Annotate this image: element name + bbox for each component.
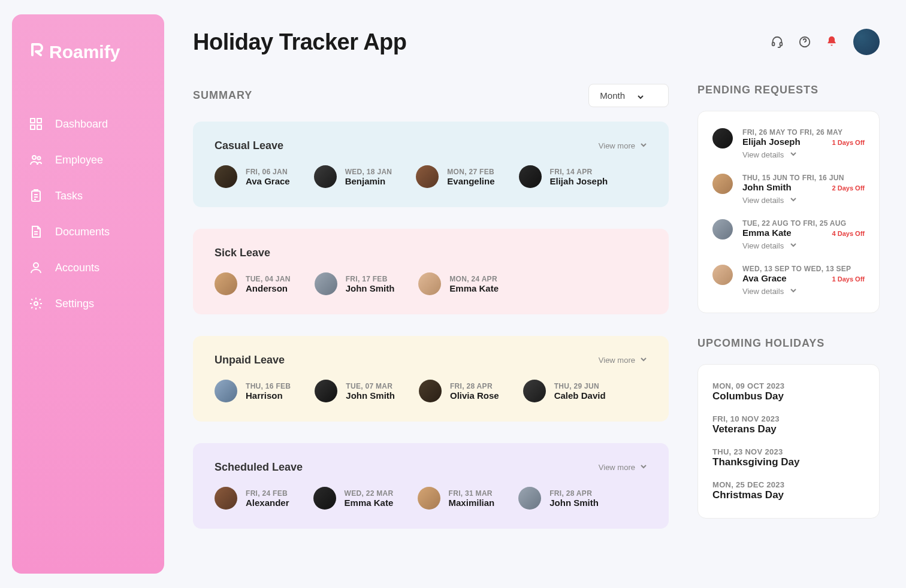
sidebar-item-settings[interactable]: Settings xyxy=(29,286,147,322)
view-more-link[interactable]: View more xyxy=(599,141,647,150)
logo-mark-icon xyxy=(29,41,47,63)
svg-rect-0 xyxy=(31,119,35,123)
leave-date: FRI, 06 JAN xyxy=(246,168,290,176)
leave-date: MON, 27 FEB xyxy=(447,168,494,176)
leave-entry[interactable]: MON, 24 APR Emma Kate xyxy=(418,272,499,295)
sidebar-item-employee[interactable]: Employee xyxy=(29,142,147,178)
leave-entry[interactable]: FRI, 17 FEB John Smith xyxy=(315,272,395,295)
view-more-link[interactable]: View more xyxy=(599,463,647,472)
view-details-link[interactable]: View details xyxy=(742,150,865,159)
leave-date: MON, 24 APR xyxy=(449,275,499,283)
holiday-name: Thanksgiving Day xyxy=(712,456,865,468)
filter-selected-value: Month xyxy=(600,90,625,101)
sidebar-item-accounts[interactable]: Accounts xyxy=(29,250,147,286)
leave-entry[interactable]: FRI, 31 MAR Maximilian xyxy=(418,487,495,510)
holiday-date: FRI, 10 NOV 2023 xyxy=(712,414,865,423)
sidebar-item-documents[interactable]: Documents xyxy=(29,214,147,250)
employee-name: Elijah Joseph xyxy=(550,176,608,186)
leave-date: FRI, 28 APR xyxy=(549,489,599,498)
employee-avatar xyxy=(418,272,441,295)
employee-avatar xyxy=(712,219,733,240)
employee-avatar xyxy=(518,487,541,510)
leave-entry[interactable]: FRI, 28 APR John Smith xyxy=(518,487,599,510)
view-details-link[interactable]: View details xyxy=(742,241,865,250)
leave-entry[interactable]: FRI, 28 APR Olivia Rose xyxy=(419,380,499,402)
view-details-link[interactable]: View details xyxy=(742,287,865,296)
leave-entry[interactable]: WED, 22 MAR Emma Kate xyxy=(313,487,394,510)
notifications-icon[interactable] xyxy=(826,35,839,49)
request-dates: TUE, 22 AUG TO FRI, 25 AUG xyxy=(742,219,865,228)
employee-name: Elijah Joseph xyxy=(742,137,801,147)
employee-avatar xyxy=(215,380,237,402)
chevron-down-icon xyxy=(790,287,797,296)
leave-card: Casual Leave View more FRI, 06 JAN Ava G… xyxy=(193,122,669,207)
support-icon[interactable] xyxy=(771,35,784,49)
employee-avatar xyxy=(215,487,237,510)
employee-avatar xyxy=(523,380,546,402)
employee-avatar xyxy=(418,487,440,510)
chevron-down-icon xyxy=(790,150,797,159)
page-title: Holiday Tracker App xyxy=(193,29,407,55)
leave-card-title: Sick Leave xyxy=(215,247,270,259)
leave-entry[interactable]: FRI, 14 APR Elijah Joseph xyxy=(519,165,608,188)
leave-entry[interactable]: MON, 27 FEB Evangeline xyxy=(416,165,494,188)
leave-date: TUE, 07 MAR xyxy=(346,382,395,390)
user-avatar[interactable] xyxy=(853,29,880,55)
leave-date: FRI, 24 FEB xyxy=(246,489,289,498)
request-dates: THU, 15 JUN TO FRI, 16 JUN xyxy=(742,174,865,182)
holiday-date: MON, 09 OCT 2023 xyxy=(712,381,865,390)
view-more-link[interactable]: View more xyxy=(599,356,647,365)
leave-entry[interactable]: THU, 16 FEB Harrison xyxy=(215,380,291,402)
holiday-item: MON, 25 DEC 2023 Christmas Day xyxy=(712,480,865,501)
period-filter-select[interactable]: Month xyxy=(588,84,669,107)
employee-avatar xyxy=(313,487,336,510)
leave-entries-row: FRI, 06 JAN Ava Grace WED, 18 JAN Benjam… xyxy=(215,165,647,188)
svg-point-5 xyxy=(38,157,41,160)
sidebar-item-dashboard[interactable]: Dashboard xyxy=(29,106,147,142)
employee-name: Ava Grace xyxy=(246,176,290,186)
sidebar-item-label: Dashboard xyxy=(55,118,108,131)
pending-request-item: WED, 13 SEP TO WED, 13 SEP Ava Grace 1 D… xyxy=(712,265,865,296)
request-dates: FRI, 26 MAY TO FRI, 26 MAY xyxy=(742,128,865,137)
leave-card-title: Casual Leave xyxy=(215,140,283,152)
clipboard-icon xyxy=(29,189,43,203)
chevron-down-icon xyxy=(790,241,797,250)
top-actions xyxy=(771,29,880,55)
sidebar: Roamify Dashboard Employee Tasks xyxy=(12,14,164,574)
brand-logo[interactable]: Roamify xyxy=(29,41,147,63)
holiday-item: FRI, 10 NOV 2023 Veterans Day xyxy=(712,414,865,435)
employee-name: Harrison xyxy=(246,390,291,401)
leave-card: Scheduled Leave View more FRI, 24 FEB Al… xyxy=(193,443,669,529)
svg-point-8 xyxy=(34,302,38,305)
view-details-link[interactable]: View details xyxy=(742,196,865,205)
request-dates: WED, 13 SEP TO WED, 13 SEP xyxy=(742,265,865,273)
leave-card-title: Scheduled Leave xyxy=(215,461,303,474)
leave-entry[interactable]: TUE, 07 MAR John Smith xyxy=(315,380,395,402)
summary-label: SUMMARY xyxy=(193,89,252,102)
help-icon[interactable] xyxy=(798,35,811,49)
employee-avatar xyxy=(315,272,337,295)
days-off-badge: 1 Days Off xyxy=(832,139,865,146)
sidebar-item-label: Documents xyxy=(55,226,110,238)
leave-entry[interactable]: THU, 29 JUN Caleb David xyxy=(523,380,606,402)
employee-name: John Smith xyxy=(549,498,599,508)
leave-date: FRI, 14 APR xyxy=(550,168,608,176)
leave-entry[interactable]: FRI, 24 FEB Alexander xyxy=(215,487,289,510)
main-content: Holiday Tracker App SUMMARY Mo xyxy=(179,0,906,588)
view-more-label: View more xyxy=(599,463,635,472)
leave-entries-row: FRI, 24 FEB Alexander WED, 22 MAR Emma K… xyxy=(215,487,647,510)
chevron-down-icon xyxy=(790,196,797,205)
leave-entry[interactable]: WED, 18 JAN Benjamin xyxy=(314,165,392,188)
users-icon xyxy=(29,153,43,167)
leave-entry[interactable]: TUE, 04 JAN Anderson xyxy=(215,272,291,295)
leave-entry[interactable]: FRI, 06 JAN Ava Grace xyxy=(215,165,290,188)
holiday-date: THU, 23 NOV 2023 xyxy=(712,447,865,456)
sidebar-item-tasks[interactable]: Tasks xyxy=(29,178,147,214)
leave-entries-row: TUE, 04 JAN Anderson FRI, 17 FEB John Sm… xyxy=(215,272,647,295)
employee-avatar xyxy=(215,165,237,188)
pending-request-item: FRI, 26 MAY TO FRI, 26 MAY Elijah Joseph… xyxy=(712,128,865,159)
svg-rect-1 xyxy=(37,119,41,123)
employee-avatar xyxy=(314,165,337,188)
leave-date: WED, 22 MAR xyxy=(345,489,394,498)
pending-request-item: TUE, 22 AUG TO FRI, 25 AUG Emma Kate 4 D… xyxy=(712,219,865,250)
